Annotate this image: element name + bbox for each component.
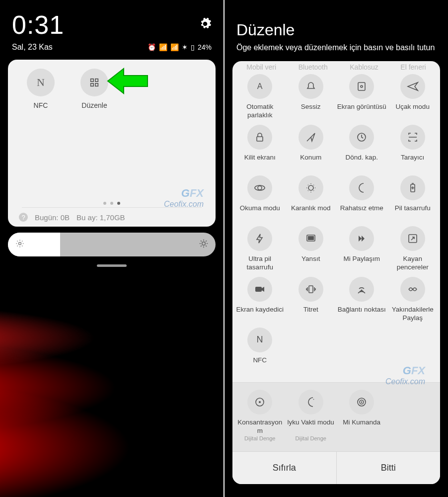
svg-rect-0: [91, 79, 94, 82]
svg-rect-3: [95, 83, 98, 86]
reading-mode-icon: [247, 175, 272, 200]
usage-today: Bugün: 0B: [35, 213, 70, 222]
edit-panel: Mobil veri Bluetooth Kablosuz El feneri …: [232, 61, 440, 484]
page-dots: [8, 202, 216, 205]
data-usage-row[interactable]: ? Bugün: 0B Bu ay: 1,70GB: [12, 208, 132, 225]
faded-3: El feneri: [400, 63, 426, 71]
auto-brightness-tile[interactable]: AOtomatik parlaklık: [234, 74, 286, 120]
focus-mode-label: Konsantrasyon m: [234, 418, 286, 435]
ultra-battery-tile[interactable]: Ultra pil tasarrufu: [234, 226, 286, 272]
svg-point-4: [19, 243, 21, 245]
screen-recorder-label: Ekran kaydedici: [236, 306, 284, 323]
floating-label: Kayan pencereler: [387, 255, 439, 272]
signal2-icon: 📶: [170, 43, 179, 51]
extra-section: Konsantrasyon mDijital Dengelyku Vakti m…: [232, 383, 440, 451]
faded-2: Kablosuz: [350, 63, 378, 71]
settings-icon[interactable]: [199, 17, 212, 32]
nfc-label: NFC: [34, 101, 48, 110]
quick-settings-panel: N NFC Düzenle GFX Ceofix.com ? Bu: [8, 60, 216, 227]
mi-share-tile[interactable]: Mi Paylaşım: [336, 226, 387, 272]
silent-icon: [299, 74, 323, 99]
nfc-tile[interactable]: N NFC: [23, 69, 59, 110]
mi-share-label: Mi Paylaşım: [343, 255, 380, 272]
mi-remote-tile[interactable]: Mi Kumanda: [336, 390, 387, 441]
dnd-tile[interactable]: Rahatsız etme: [336, 175, 387, 221]
dark-mode-label: Karanlık mod: [291, 204, 331, 221]
rotate-off-tile[interactable]: Dönd. kap.: [336, 125, 387, 170]
annotation-arrow: [105, 66, 149, 98]
screenshot-tile[interactable]: Ekran görüntüsü: [336, 74, 387, 120]
brightness-slider[interactable]: [8, 233, 216, 256]
nearby-share-tile[interactable]: Yakındakilerle Paylaş: [387, 277, 439, 323]
page-title: Düzenle: [236, 21, 436, 39]
svg-rect-16: [308, 236, 314, 240]
svg-rect-19: [309, 286, 313, 293]
faded-1: Bluetooth: [299, 63, 328, 71]
focus-mode-tile[interactable]: Konsantrasyon mDijital Denge: [234, 390, 286, 441]
date: Sal, 23 Kas: [12, 43, 53, 52]
silent-tile[interactable]: Sessiz: [286, 74, 337, 120]
done-button[interactable]: Bitti: [336, 452, 441, 484]
reading-mode-tile[interactable]: Okuma modu: [234, 175, 286, 221]
dnd-label: Rahatsız etme: [340, 204, 383, 221]
clock: 0:31: [12, 10, 64, 40]
svg-point-8: [361, 85, 363, 87]
faded-row: Mobil veri Bluetooth Kablosuz El feneri: [232, 61, 440, 71]
bedtime-tile[interactable]: lyku Vakti moduDijital Denge: [286, 390, 337, 441]
vibrate-tile[interactable]: Titret: [286, 277, 337, 323]
nfc-icon: N: [247, 328, 272, 352]
vibrate-icon: [299, 277, 323, 302]
screen-recorder-tile[interactable]: Ekran kaydedici: [234, 277, 286, 323]
vibrate-label: Titret: [303, 306, 318, 323]
svg-point-5: [202, 242, 206, 246]
hotspot-tile[interactable]: Bağlantı noktası: [336, 277, 387, 323]
reset-button[interactable]: Sıfırla: [232, 452, 336, 484]
nearby-share-label: Yakındakilerle Paylaş: [387, 306, 439, 323]
nfc-tile[interactable]: NNFC: [234, 328, 286, 373]
usage-month: Bu ay: 1,70GB: [76, 213, 125, 222]
floating-tile[interactable]: Kayan pencereler: [387, 226, 439, 272]
svg-rect-1: [95, 79, 98, 82]
cast-tile[interactable]: Yansıt: [286, 226, 337, 272]
left-screenshot: 0:31 Sal, 23 Kas ⏰ 📶 📶 ✶ ▯ 24% N NFC D: [0, 0, 224, 497]
mi-share-icon: [349, 226, 374, 251]
battery-saver-tile[interactable]: Pil tasarrufu: [387, 175, 439, 221]
dnd-icon: [349, 175, 374, 200]
mi-remote-icon: [349, 390, 374, 414]
bedtime-icon: [299, 390, 323, 414]
ultra-battery-label: Ultra pil tasarrufu: [234, 255, 286, 272]
battery-saver-label: Pil tasarrufu: [395, 204, 431, 221]
battery-pct: 24%: [198, 43, 212, 51]
svg-point-11: [258, 186, 262, 190]
airplane-tile[interactable]: Uçak modu: [387, 74, 439, 120]
silent-label: Sessiz: [301, 103, 321, 120]
lock-screen-label: Kilit ekranı: [244, 154, 276, 170]
status-bar: 0:31: [0, 0, 224, 40]
focus-mode-sublabel: Dijital Denge: [244, 435, 275, 441]
brightness-high-icon: [199, 239, 209, 250]
ultra-battery-icon: [247, 226, 272, 251]
screen-recorder-icon: [247, 277, 272, 302]
battery-icon: ▯: [191, 43, 195, 51]
svg-rect-2: [91, 83, 94, 86]
svg-point-13: [308, 185, 313, 190]
svg-rect-18: [255, 287, 262, 292]
dark-mode-tile[interactable]: Karanlık mod: [286, 175, 337, 221]
info-icon: ?: [19, 213, 28, 222]
status-icons: ⏰ 📶 📶 ✶ ▯ 24%: [148, 43, 212, 51]
rotate-off-label: Dönd. kap.: [346, 154, 378, 170]
drag-handle[interactable]: [97, 264, 127, 267]
location-tile[interactable]: Konum: [286, 125, 337, 170]
edit-icon: [80, 69, 108, 96]
lock-screen-tile[interactable]: Kilit ekranı: [234, 125, 286, 170]
focus-mode-icon: [247, 390, 272, 414]
alarm-icon: ⏰: [148, 43, 156, 51]
location-icon: [299, 125, 323, 150]
airplane-icon: [400, 74, 425, 99]
cast-icon: [299, 226, 323, 251]
edit-header: Düzenle Öge eklemek veya düzenlemek için…: [224, 0, 448, 57]
battery-saver-icon: [400, 175, 425, 200]
wifi-icon: ✶: [182, 43, 188, 51]
scanner-tile[interactable]: Tarayıcı: [387, 125, 439, 170]
mi-remote-label: Mi Kumanda: [343, 418, 380, 435]
